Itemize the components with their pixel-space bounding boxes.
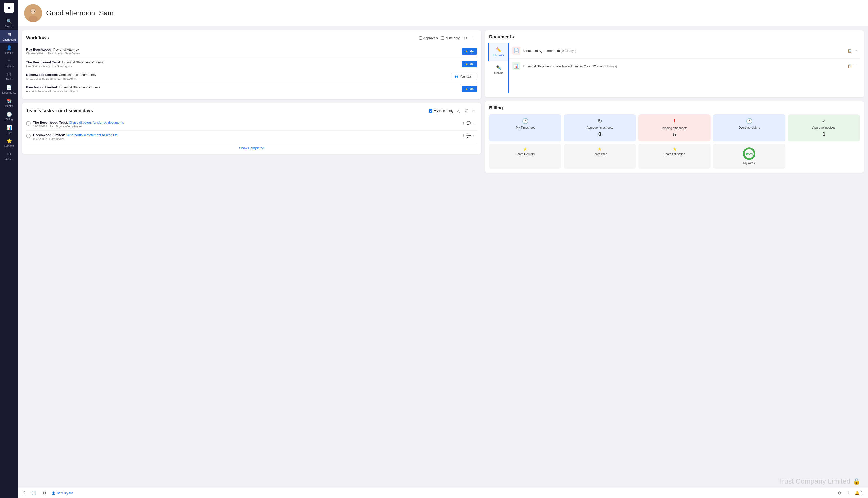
help-button[interactable]: ? [22, 490, 26, 497]
approvals-filter[interactable]: Approvals [419, 36, 438, 40]
task-entity-link[interactable]: The Beechwood Trust [33, 120, 67, 124]
tasks-filter-button[interactable]: ▽ [464, 107, 468, 114]
overtime-icon: 🕐 [746, 118, 753, 124]
mine-only-label: Mine only [446, 36, 460, 40]
clock-button[interactable]: 🕐 [30, 490, 37, 497]
workflow-process: Financial Statement Process [59, 86, 100, 89]
doc-actions: 📋 ⋯ [848, 64, 857, 68]
docs-layout: ✏️ My Work ✒️ Signing 📄 Minutes of Agr [489, 43, 860, 93]
workflow-row: The Beechwood Trust: Financial Statement… [26, 58, 477, 70]
sidebar-item-documents[interactable]: 📄 Documents [0, 83, 18, 96]
billing-team-utilisation[interactable]: ⭐ Team Utilisation [638, 144, 711, 169]
workflow-team-button[interactable]: 👥 Your team [451, 73, 477, 80]
task-comment-button[interactable]: 💬 [466, 133, 471, 138]
task-info: The Beechwood Trust: Chase directors for… [33, 120, 460, 128]
workflow-sub: Link Source - Accounts - Sam Bryans [26, 65, 462, 68]
sidebar-item-pay[interactable]: 📊 Pay [0, 123, 18, 136]
workflow-me-button[interactable]: ★ Me [462, 48, 477, 55]
dashboard-icon: ⊞ [7, 32, 11, 37]
workflows-add-button[interactable]: ＋ [471, 35, 477, 42]
task-entity-link[interactable]: Beechwood Limited [33, 133, 64, 137]
billing-my-timesheet[interactable]: 🕐 My Timesheet [489, 114, 561, 141]
billing-approve-timesheets[interactable]: ↻ Approve timesheets 0 [564, 114, 636, 141]
right-column: Documents ✏️ My Work ✒️ Signing [485, 30, 864, 484]
sidebar-item-entities[interactable]: ≡ Entities [0, 56, 18, 69]
task-row: The Beechwood Trust: Chase directors for… [26, 118, 477, 131]
greeting-text: Good afternoon, Sam [46, 9, 114, 17]
xlsx-icon: 📊 [512, 62, 520, 70]
settings-button[interactable]: ⚙ [837, 490, 842, 497]
doc-name: Financial Statement - Beechwood Limited … [523, 64, 845, 68]
tasks-send-button[interactable]: ◁ [456, 107, 461, 114]
sidebar-item-dashboard-label: Dashboard [2, 38, 16, 41]
doc-row: 📊 Financial Statement - Beechwood Limite… [509, 58, 860, 74]
task-description-link[interactable]: Chase directors for signed documents [69, 120, 124, 124]
doc-view-button[interactable]: 📋 [848, 64, 852, 68]
sidebar-item-search[interactable]: 🔍 Search [0, 16, 18, 30]
sidebar-item-billing-label: Billing [5, 118, 13, 121]
sidebar-item-books[interactable]: 📚 Books [0, 96, 18, 109]
workflow-entity: The Beechwood Trust [26, 60, 60, 64]
tab-my-work-label: My Work [493, 54, 504, 57]
mine-only-filter[interactable]: Mine only [441, 36, 460, 40]
mine-only-checkbox[interactable] [441, 36, 444, 40]
team-debtors-label: Team Debtors [516, 153, 535, 156]
tasks-add-button[interactable]: ＋ [471, 107, 477, 115]
docs-tabs: ✏️ My Work ✒️ Signing [489, 43, 509, 93]
left-column: Workflows Approvals Mine only ↻ ＋ [22, 30, 481, 484]
sidebar-item-profile[interactable]: 👤 Profile [0, 43, 18, 56]
task-more-button[interactable]: ⋯ [472, 120, 477, 126]
billing-my-week[interactable]: 100% My week [713, 144, 785, 169]
doc-more-button[interactable]: ⋯ [853, 64, 857, 68]
task-priority-button[interactable]: ! [462, 133, 464, 138]
tab-my-work[interactable]: ✏️ My Work [488, 43, 508, 61]
sidebar-item-reports[interactable]: ⭐ Reports [0, 136, 18, 149]
task-checkbox[interactable] [26, 121, 31, 126]
task-title: Beechwood Limited: Send portfolio statem… [33, 133, 460, 137]
tab-signing[interactable]: ✒️ Signing [488, 61, 508, 78]
doc-name: Minutes of Agreement.pdf (0.04 days) [523, 49, 845, 53]
reports-icon: ⭐ [6, 138, 12, 144]
billing-approve-invoices[interactable]: ✓ Approve invoices 1 [788, 114, 860, 141]
my-tasks-checkbox[interactable] [429, 109, 432, 113]
sidebar-item-billing[interactable]: 🕐 Billing [0, 109, 18, 123]
workflows-refresh-button[interactable]: ↻ [463, 35, 468, 41]
workflow-me-button[interactable]: ★ Me [462, 86, 477, 92]
search-icon: 🔍 [6, 18, 12, 24]
doc-age: (2.2 days) [604, 65, 617, 68]
edit-icon: ✏️ [496, 47, 502, 53]
workflow-me-button[interactable]: ★ Me [462, 61, 477, 67]
task-description-link[interactable]: Send portfolio statement to XYZ Ltd [66, 133, 118, 137]
show-completed-link[interactable]: Show Completed [26, 146, 477, 150]
company-watermark: Trust Company Limited 🔒 [778, 477, 860, 485]
timesheet-icon: 🕐 [522, 118, 529, 124]
approvals-checkbox[interactable] [419, 36, 422, 40]
doc-more-button[interactable]: ⋯ [853, 49, 857, 53]
doc-actions: 📋 ⋯ [848, 49, 857, 53]
sidebar-item-admin[interactable]: ⚙ Admin [0, 149, 18, 163]
missing-timesheets-count: 5 [673, 131, 676, 138]
billing-missing-timesheets[interactable]: ! Missing timesheets 5 [638, 114, 711, 141]
doc-view-button[interactable]: 📋 [848, 49, 852, 53]
workflow-row: Ray Beechwood: Power of Attorney Choose … [26, 45, 477, 58]
theme-button[interactable]: ☽ [845, 490, 851, 497]
my-tasks-only-filter[interactable]: My tasks only [429, 109, 453, 113]
approve-timesheets-count: 0 [598, 131, 601, 137]
sidebar: ■ 🔍 Search ⊞ Dashboard 👤 Profile ≡ Entit… [0, 0, 18, 498]
task-comment-button[interactable]: 💬 [466, 120, 471, 126]
task-checkbox[interactable] [26, 134, 31, 138]
monitor-button[interactable]: 🖥 [41, 490, 48, 497]
check-icon: ✓ [821, 118, 826, 124]
sidebar-item-todo[interactable]: ☑ To do [0, 69, 18, 83]
task-priority-button[interactable]: ! [462, 120, 464, 126]
pay-icon: 📊 [6, 125, 12, 130]
billing-overtime-claims[interactable]: 🕐 Overtime claims [713, 114, 785, 141]
task-more-button[interactable]: ⋯ [472, 133, 477, 138]
sidebar-item-dashboard[interactable]: ⊞ Dashboard [0, 30, 18, 43]
avatar [24, 4, 42, 22]
sidebar-item-books-label: Books [5, 104, 13, 107]
billing-team-debtors[interactable]: ⭐ Team Debtors [489, 144, 561, 169]
billing-team-wip[interactable]: ⭐ Team WIP [564, 144, 636, 169]
notifications-button[interactable]: 🔔 1 [854, 490, 864, 497]
doc-age: (0.04 days) [561, 49, 576, 53]
